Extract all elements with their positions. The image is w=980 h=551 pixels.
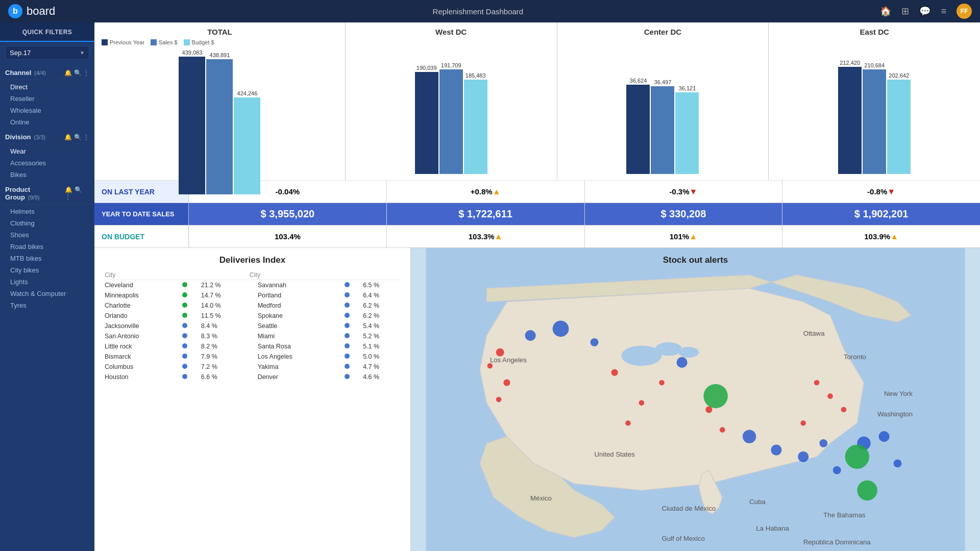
filter-dropdown[interactable]: Sep.17 ▼: [5, 46, 89, 60]
city-right: Denver: [248, 372, 342, 382]
sidebar-item-lights[interactable]: Lights: [0, 276, 94, 288]
sidebar-item-reseller[interactable]: Reseller: [0, 93, 94, 105]
main-layout: QUICK FILTERS Sep.17 ▼ Channel(4/4) 🔔 🔍 …: [0, 22, 980, 551]
sidebar-item-wholesale[interactable]: Wholesale: [0, 105, 94, 116]
channel-count: (4/4): [34, 70, 46, 76]
channel-icons: 🔔 🔍 ⋮: [64, 69, 89, 77]
city-right: Spokane: [248, 311, 342, 321]
city-right: Yakima: [248, 362, 342, 372]
pct-left: 21.2 %: [199, 280, 248, 291]
product-group-section-header: Product Group(9/9) 🔔 🔍 ⋮: [0, 181, 94, 203]
list-item: Houston 6.6 %Denver 4.6 %: [103, 372, 402, 382]
chart-west-dc-title: West DC: [353, 28, 550, 36]
chart-west-dc: West DC 190,039 191,709 185,483: [346, 22, 557, 180]
city-right: Miami: [248, 331, 342, 341]
arrow-down-icon-2: ▼: [887, 187, 895, 196]
on-last-year-center: -0.3% ▼: [585, 181, 783, 203]
svg-point-21: [611, 369, 618, 376]
pct-left: 11.5 %: [199, 311, 248, 321]
logo-b-icon: b: [8, 4, 22, 18]
sidebar-item-city-bikes[interactable]: City bikes: [0, 264, 94, 276]
svg-point-2: [655, 342, 682, 356]
arrow-up-icon: ▲: [493, 187, 501, 196]
pct-left: 8.3 %: [199, 331, 248, 341]
ytd-sales-west: $ 1,722,611: [387, 203, 585, 225]
chat-icon[interactable]: 💬: [919, 6, 930, 17]
sidebar-item-direct[interactable]: Direct: [0, 81, 94, 93]
ytd-sales-row: YEAR TO DATE SALES $ 3,955,020 $ 1,722,6…: [94, 203, 980, 226]
svg-text:República Dominicana: República Dominicana: [803, 538, 871, 546]
pct-right: 6.5 %: [361, 280, 402, 291]
svg-point-17: [496, 348, 504, 357]
svg-point-36: [771, 444, 781, 455]
product-group-count: (9/9): [28, 194, 40, 201]
division-label: Division: [5, 133, 31, 141]
sidebar-item-wear[interactable]: Wear: [0, 145, 94, 157]
on-last-year-east: -0.8% ▼: [782, 181, 980, 203]
svg-point-37: [798, 452, 808, 462]
nav-icons: 🏠 ⊞ 💬 ≡ FF: [880, 4, 972, 19]
map-panel: Stock out alerts: [411, 248, 980, 551]
sidebar-item-online[interactable]: Online: [0, 116, 94, 128]
svg-point-27: [814, 380, 820, 386]
map-background: Los Angeles United States México Ciudad …: [411, 248, 980, 551]
pct-right: 5.1 %: [361, 341, 402, 352]
grid-icon[interactable]: ⊞: [901, 6, 909, 17]
list-item: Jacksonville 8.4 %Seattle 5.4 %: [103, 321, 402, 331]
svg-point-35: [743, 430, 756, 443]
home-icon[interactable]: 🏠: [880, 6, 891, 17]
arrow-down-icon: ▼: [690, 187, 698, 196]
city-left: Little rock: [103, 341, 180, 352]
sidebar-item-mtb-bikes[interactable]: MTB bikes: [0, 253, 94, 264]
svg-point-39: [833, 466, 841, 474]
pct-left: 14.0 %: [199, 300, 248, 311]
sidebar-item-shoes[interactable]: Shoes: [0, 229, 94, 241]
sidebar-item-accessories[interactable]: Accessories: [0, 157, 94, 169]
svg-text:Los Angeles: Los Angeles: [490, 356, 527, 364]
quick-filters-label: QUICK FILTERS: [0, 22, 94, 42]
city-right: Seattle: [248, 321, 342, 331]
sidebar-item-road-bikes[interactable]: Road bikes: [0, 241, 94, 253]
pct-right: 6.2 %: [361, 300, 402, 311]
list-item: Columbus 7.2 %Yakima 4.7 %: [103, 362, 402, 372]
city-left: Cleveland: [103, 280, 180, 291]
svg-point-29: [841, 407, 847, 413]
menu-icon[interactable]: ≡: [941, 6, 946, 17]
svg-text:Gulf of Mexico: Gulf of Mexico: [662, 535, 705, 542]
city-left: Columbus: [103, 362, 180, 372]
pct-left: 14.7 %: [199, 290, 248, 300]
svg-point-45: [857, 480, 877, 500]
svg-point-32: [525, 330, 536, 341]
chart-east-dc-title: East DC: [776, 28, 973, 36]
pct-right: 6.2 %: [361, 311, 402, 321]
on-budget-label: ON BUDGET: [94, 226, 189, 247]
filter-value: Sep.17: [10, 49, 31, 57]
division-section-header: Division(3/3) 🔔 🔍 ⋮: [0, 128, 94, 143]
on-budget-center: 101% ▲: [585, 226, 783, 247]
col-city-left: City: [103, 270, 180, 280]
svg-text:Toronto: Toronto: [844, 353, 866, 361]
arrow-up-icon-2: ▲: [495, 232, 503, 241]
chart-legend: Previous Year Sales $ Budget $: [102, 39, 338, 45]
sidebar-item-tyres[interactable]: Tyres: [0, 299, 94, 311]
sidebar-item-bikes[interactable]: Bikes: [0, 169, 94, 181]
division-count: (3/3): [34, 134, 46, 140]
sidebar-item-clothing[interactable]: Clothing: [0, 217, 94, 229]
arrow-up-icon-4: ▲: [890, 232, 898, 241]
svg-text:Cuba: Cuba: [749, 498, 766, 506]
svg-point-31: [553, 321, 569, 337]
pct-right: 4.6 %: [361, 372, 402, 382]
pct-right: 4.7 %: [361, 362, 402, 372]
deliveries-panel: Deliveries Index City City Clevela: [94, 248, 411, 551]
sidebar-item-watch-computer[interactable]: Watch & Computer: [0, 288, 94, 299]
avatar[interactable]: FF: [957, 4, 972, 19]
bar-chart-total: 439,083 438,891 424,246: [102, 49, 338, 195]
sidebar-item-helmets[interactable]: Helmets: [0, 206, 94, 217]
product-group-label: Product Group: [5, 186, 30, 201]
charts-row: TOTAL Previous Year Sales $ Budget $: [94, 22, 980, 181]
pct-left: 8.4 %: [199, 321, 248, 331]
svg-point-33: [591, 338, 599, 346]
svg-point-43: [703, 384, 728, 409]
deliveries-title: Deliveries Index: [103, 255, 402, 265]
city-right: Santa Rosa: [248, 341, 342, 352]
